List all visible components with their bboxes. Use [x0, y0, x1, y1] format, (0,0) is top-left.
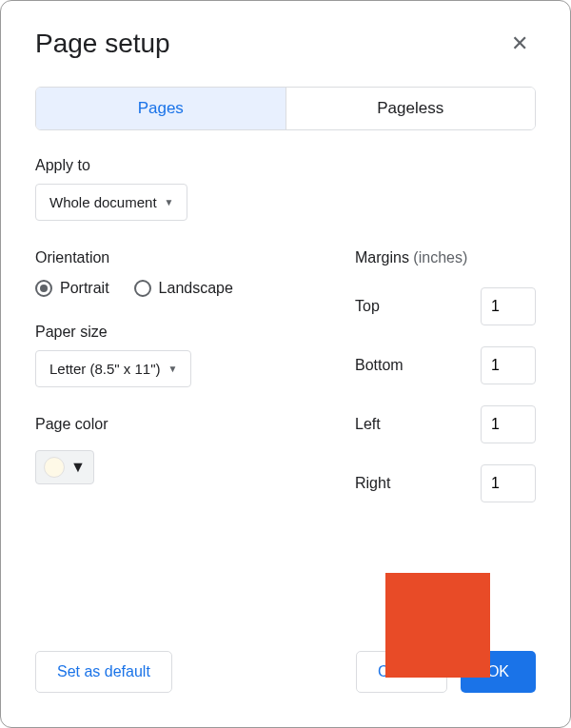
cancel-button[interactable]: Cancel	[356, 651, 447, 693]
dialog-header: Page setup ✕	[35, 28, 536, 60]
caret-down-icon: ▼	[70, 459, 86, 476]
paper-size-value: Letter (8.5" x 11")	[49, 361, 161, 377]
close-icon: ✕	[511, 31, 528, 55]
margin-bottom-row: Bottom	[355, 346, 536, 384]
margins-label: Margins	[355, 249, 409, 266]
landscape-label: Landscape	[159, 280, 233, 297]
margin-right-input[interactable]	[481, 464, 536, 502]
orientation-landscape[interactable]: Landscape	[134, 280, 233, 297]
page-color-dropdown[interactable]: ▼	[35, 450, 94, 484]
apply-to-label: Apply to	[35, 157, 536, 174]
right-actions: Cancel OK	[356, 651, 536, 693]
paper-size-section: Paper size Letter (8.5" x 11") ▼	[35, 324, 317, 387]
caret-down-icon: ▼	[165, 197, 174, 207]
margin-bottom-label: Bottom	[355, 357, 404, 374]
paper-size-dropdown[interactable]: Letter (8.5" x 11") ▼	[35, 350, 191, 387]
orientation-section: Orientation Portrait Landscape	[35, 249, 317, 297]
margin-left-label: Left	[355, 416, 381, 433]
left-column: Orientation Portrait Landscape Paper siz…	[35, 249, 317, 523]
ok-button[interactable]: OK	[461, 651, 536, 693]
radio-selected-icon	[35, 280, 52, 297]
set-default-button[interactable]: Set as default	[35, 651, 172, 693]
margin-right-label: Right	[355, 475, 390, 492]
margin-top-row: Top	[355, 287, 536, 325]
page-color-section: Page color ▼	[35, 416, 317, 484]
apply-to-dropdown[interactable]: Whole document ▼	[35, 184, 187, 221]
paper-size-label: Paper size	[35, 324, 317, 341]
orientation-portrait[interactable]: Portrait	[35, 280, 109, 297]
right-column: Margins (inches) Top Bottom Left Right	[355, 249, 536, 523]
margins-heading: Margins (inches)	[355, 249, 536, 266]
dialog-title: Page setup	[35, 29, 170, 59]
apply-to-value: Whole document	[49, 194, 157, 210]
caret-down-icon: ▼	[168, 364, 178, 374]
margin-top-input[interactable]	[481, 287, 536, 325]
orientation-label: Orientation	[35, 249, 317, 266]
tab-strip: Pages Pageless	[35, 87, 536, 130]
margin-left-row: Left	[355, 405, 536, 443]
radio-unselected-icon	[134, 280, 151, 297]
tab-pages[interactable]: Pages	[36, 88, 286, 129]
columns: Orientation Portrait Landscape Paper siz…	[35, 249, 536, 523]
margin-bottom-input[interactable]	[481, 346, 536, 384]
portrait-label: Portrait	[60, 280, 109, 297]
margin-left-input[interactable]	[481, 405, 536, 443]
page-color-label: Page color	[35, 416, 317, 433]
apply-to-section: Apply to Whole document ▼	[35, 157, 536, 221]
margins-units: (inches)	[413, 249, 467, 266]
dialog-footer: Set as default Cancel OK	[35, 651, 536, 693]
color-swatch	[44, 457, 65, 478]
margin-right-row: Right	[355, 464, 536, 502]
tab-pageless[interactable]: Pageless	[286, 88, 536, 129]
margin-top-label: Top	[355, 298, 380, 315]
orientation-options: Portrait Landscape	[35, 280, 317, 297]
close-button[interactable]: ✕	[503, 28, 536, 60]
